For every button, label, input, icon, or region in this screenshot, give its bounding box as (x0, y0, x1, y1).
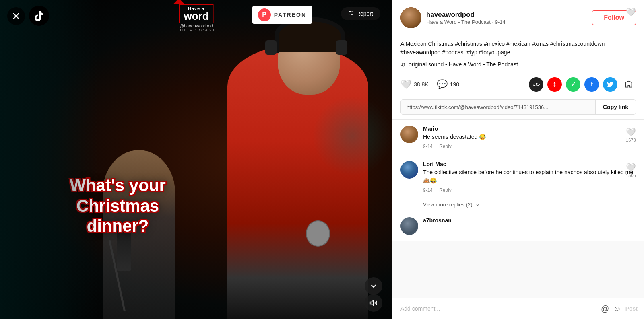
tiktok-logo[interactable] (29, 6, 49, 26)
patreon-label: PATREON (274, 12, 306, 18)
music-note-icon: ♫ (400, 61, 405, 68)
link-copy-row: https://www.tiktok.com/@haveawordpod/vid… (400, 99, 636, 115)
music-line[interactable]: ♫ original sound - Have a Word - The Pod… (400, 61, 636, 68)
profile-username: haveawordpod (426, 11, 587, 19)
copy-link-button[interactable]: Copy link (595, 100, 636, 114)
music-label: original sound - Have a Word - The Podca… (409, 61, 518, 68)
caption-main: A Mexican Christmas (400, 41, 455, 47)
comment-meta: 9-14 Reply (423, 144, 636, 149)
profile-header: haveawordpod Have a Word - The Podcast ·… (392, 0, 644, 34)
right-panel: haveawordpod Have a Word - The Podcast ·… (392, 0, 644, 319)
report-button[interactable]: Report (341, 7, 380, 20)
like-heart-icon: 🤍 (626, 163, 636, 172)
view-more-label: View more replies (2) (423, 202, 473, 208)
comment-input-row: @ ☺ Post (392, 298, 644, 319)
channel-handle: @haveawordpod (177, 23, 216, 28)
comment-reply-button[interactable]: Reply (439, 187, 452, 193)
caption-text: A Mexican Christmas #christmas #mexico #… (400, 40, 636, 57)
comment-action[interactable]: 💬 190 (437, 79, 459, 90)
emoji-icon[interactable]: ☺ (613, 304, 621, 313)
view-more-replies[interactable]: View more replies (2) (392, 199, 644, 212)
twitter-icon[interactable] (603, 77, 617, 92)
link-url: https://www.tiktok.com/@haveawordpod/vid… (401, 100, 595, 114)
heart-icon: 🤍 (400, 79, 411, 90)
like-count: 38.8K (414, 81, 429, 88)
comments-section[interactable]: Mario He seems devastated 😂 9-14 Reply 🤍… (392, 119, 644, 298)
comment-like[interactable]: 🤍 1678 (626, 127, 636, 142)
comment-item: Mario He seems devastated 😂 9-14 Reply 🤍… (392, 120, 644, 155)
comment-text: He seems devastated 😂 (423, 133, 636, 141)
scroll-down-button[interactable] (365, 277, 382, 295)
at-icon[interactable]: @ (601, 304, 609, 313)
comment-item: Lori Mac The collective silence before h… (392, 155, 644, 199)
svg-marker-3 (370, 300, 374, 305)
channel-podcast-label: THE PODCAST (177, 28, 216, 32)
comment-input[interactable] (399, 302, 597, 315)
like-heart-icon: 🤍 (626, 127, 636, 137)
mario-avatar[interactable] (400, 126, 418, 143)
comment-body: Mario He seems devastated 😂 9-14 Reply (423, 126, 636, 149)
comment-meta: 9-14 Reply (423, 187, 636, 193)
whatsapp-icon[interactable]: ✓ (566, 77, 580, 92)
comment-date: 9-14 (423, 144, 433, 149)
channel-word: word (184, 11, 208, 21)
comment-body: a7brosnan (423, 217, 636, 235)
volume-button[interactable] (365, 294, 382, 312)
channel-logo: Have a word @haveawordpod THE PODCAST (177, 4, 216, 32)
patreon-icon: P (258, 8, 271, 21)
comment-date: 9-14 (423, 187, 433, 193)
video-panel: What's your Christmas dinner? Have a wor… (0, 0, 392, 319)
like-count: 1678 (626, 138, 636, 142)
comment-item: a7brosnan 🤍 (392, 212, 644, 241)
caption-section: A Mexican Christmas #christmas #mexico #… (392, 34, 644, 72)
comment-username: a7brosnan (423, 217, 636, 224)
like-action[interactable]: 🤍 38.8K (400, 79, 429, 90)
a7-avatar[interactable] (400, 217, 418, 235)
profile-subtitle: Have a Word - The Podcast · 9-14 (426, 19, 587, 25)
repost-icon[interactable] (547, 77, 562, 92)
post-button[interactable]: Post (625, 305, 638, 312)
patreon-badge[interactable]: P PATREON (252, 6, 312, 24)
like-count: 1505 (626, 173, 636, 178)
lori-avatar[interactable] (400, 161, 418, 179)
comment-text: The collective silence before he continu… (423, 168, 636, 185)
comment-icon: 💬 (437, 79, 448, 90)
comment-like[interactable]: 🤍 1505 (626, 163, 636, 178)
comment-reply-button[interactable]: Reply (439, 144, 452, 149)
comment-username: Lori Mac (423, 161, 636, 167)
report-label: Report (356, 10, 373, 17)
close-button[interactable] (7, 7, 25, 25)
comment-count: 190 (450, 81, 459, 88)
facebook-icon[interactable]: f (584, 77, 599, 92)
share-icons: </> ✓ f (529, 77, 636, 92)
profile-info: haveawordpod Have a Word - The Podcast ·… (426, 11, 587, 25)
embed-icon[interactable]: </> (529, 77, 543, 92)
more-share-icon[interactable] (621, 77, 636, 92)
comment-username: Mario (423, 126, 636, 132)
profile-avatar[interactable] (400, 7, 421, 28)
actions-row: 🤍 38.8K 💬 190 </> ✓ f (392, 72, 644, 97)
video-overlay-text: What's your Christmas dinner? (58, 175, 178, 236)
comment-body: Lori Mac The collective silence before h… (423, 161, 636, 193)
